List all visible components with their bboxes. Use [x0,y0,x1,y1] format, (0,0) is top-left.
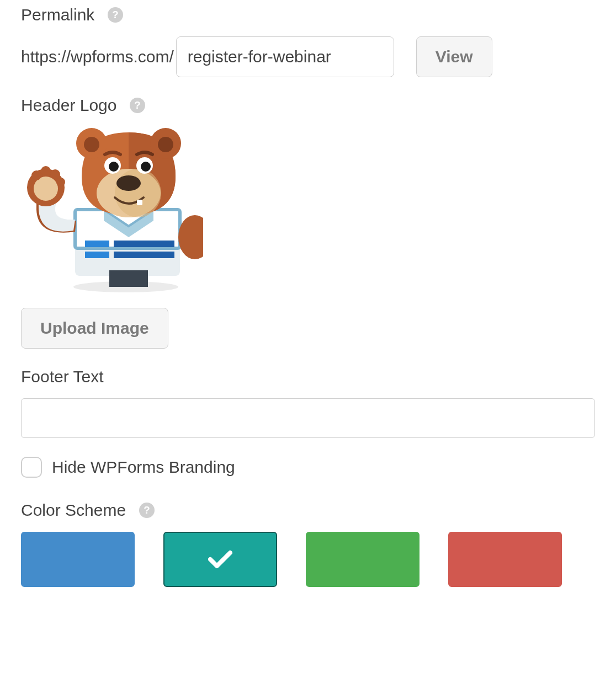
svg-point-15 [31,170,41,180]
permalink-prefix: https://wpforms.com/ [21,47,174,66]
header-logo-preview [21,127,595,292]
svg-point-24 [115,169,161,217]
color-swatch-red[interactable] [448,532,562,587]
svg-rect-26 [137,200,142,205]
svg-point-17 [50,169,60,179]
footer-text-label: Footer Text [21,367,104,386]
permalink-label: Permalink [21,6,94,24]
svg-rect-9 [85,252,109,258]
svg-rect-7 [85,241,109,247]
svg-rect-10 [114,252,174,258]
color-scheme-field: Color Scheme ? [21,501,595,587]
svg-rect-8 [114,241,174,247]
permalink-field: Permalink ? https://wpforms.com/ View [21,6,595,77]
svg-point-30 [141,162,151,172]
hide-branding-label: Hide WPForms Branding [52,458,235,477]
svg-point-16 [41,166,51,176]
svg-rect-11 [109,270,148,287]
svg-point-28 [109,162,119,172]
svg-point-12 [178,215,203,259]
svg-text:?: ? [144,504,150,516]
color-swatch-blue[interactable] [21,532,135,587]
view-button[interactable]: View [416,36,492,77]
color-scheme-label: Color Scheme [21,501,126,520]
help-icon[interactable]: ? [108,7,123,23]
hide-branding-checkbox[interactable] [21,457,42,478]
svg-point-22 [158,137,173,152]
header-logo-label: Header Logo [21,96,116,115]
help-icon[interactable]: ? [139,503,155,518]
bear-mascot-icon [21,127,203,292]
footer-text-input[interactable] [21,398,595,438]
permalink-slug-input[interactable] [176,36,394,77]
svg-point-18 [56,178,65,186]
footer-text-field: Footer Text [21,367,595,438]
svg-point-20 [84,137,99,152]
help-icon[interactable]: ? [130,98,145,113]
check-icon [208,549,232,569]
svg-text:?: ? [113,9,119,20]
header-logo-field: Header Logo ? [21,96,595,349]
svg-text:?: ? [135,99,141,111]
color-swatch-green[interactable] [306,532,419,587]
upload-image-button[interactable]: Upload Image [21,308,168,349]
svg-point-25 [116,175,141,191]
color-swatch-teal[interactable] [163,532,277,587]
hide-branding-row: Hide WPForms Branding [21,457,595,478]
